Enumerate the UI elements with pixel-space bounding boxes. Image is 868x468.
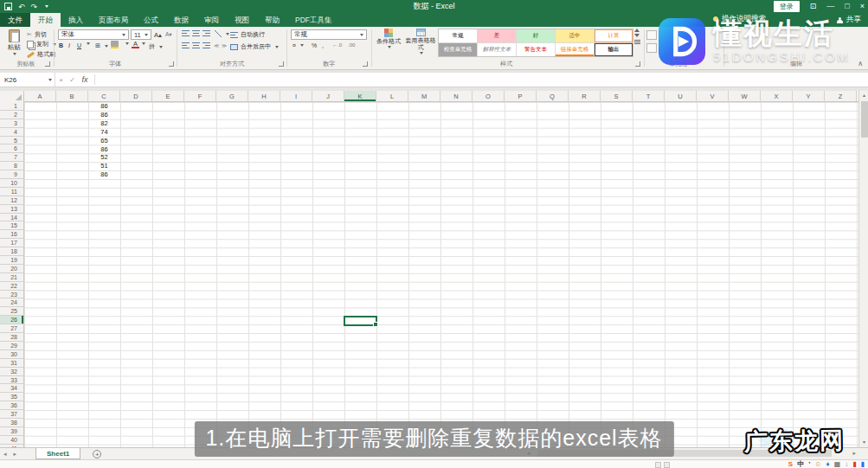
name-box[interactable]: K26 — [0, 76, 43, 84]
tab-PDF工具集[interactable]: PDF工具集 — [287, 13, 340, 27]
row-header-24[interactable]: 24 — [0, 298, 23, 307]
row-header-26[interactable]: 26 — [0, 316, 23, 324]
cell-style-警告文本[interactable]: 警告文本 — [517, 43, 555, 56]
font-color-dropdown[interactable] — [140, 42, 145, 45]
cell-C9[interactable]: 86 — [88, 170, 120, 179]
cell-style-解释性文本[interactable]: 解释性文本 — [478, 43, 516, 56]
format-as-table-button[interactable]: 套用表格格式 — [405, 29, 436, 54]
decrease-decimal-icon[interactable]: .00 — [348, 42, 355, 48]
column-header-R[interactable]: R — [569, 91, 601, 101]
enter-icon[interactable]: ✓ — [67, 76, 78, 84]
row-header-4[interactable]: 4 — [0, 128, 23, 137]
vertical-scrollbar[interactable]: ▴ ▾ — [858, 91, 868, 447]
sheet-tab-Sheet1[interactable]: Sheet1 — [35, 448, 80, 459]
name-box-dropdown[interactable] — [43, 73, 55, 87]
paste-button[interactable]: 粘贴 — [3, 29, 25, 55]
align-right-icon[interactable] — [203, 42, 210, 48]
cell-C6[interactable]: 86 — [88, 145, 120, 154]
alignment-dialog-launcher[interactable] — [279, 61, 284, 67]
orientation-icon[interactable] — [215, 30, 229, 37]
underline-dropdown[interactable] — [85, 42, 90, 45]
row-header-9[interactable]: 9 — [0, 170, 23, 179]
increase-indent-icon[interactable]: ≫ — [222, 42, 227, 48]
scroll-down-icon[interactable]: ▾ — [859, 438, 868, 447]
column-header-I[interactable]: I — [280, 91, 312, 101]
row-header-17[interactable]: 17 — [0, 239, 23, 247]
tab-数据[interactable]: 数据 — [166, 13, 196, 27]
column-header-Z[interactable]: Z — [825, 91, 857, 101]
decrease-indent-icon[interactable]: ≪ — [214, 42, 219, 48]
cancel-icon[interactable]: × — [55, 76, 67, 84]
row-header-37[interactable]: 37 — [0, 410, 23, 419]
sign-in-button[interactable]: 登录 — [774, 1, 800, 12]
align-top-icon[interactable] — [182, 30, 190, 36]
row-header-2[interactable]: 2 — [0, 111, 23, 119]
row-header-8[interactable]: 8 — [0, 162, 23, 170]
voice-icon[interactable]: ♦ — [826, 460, 830, 468]
tab-页面布局[interactable]: 页面布局 — [91, 13, 136, 27]
cells-layer[interactable]: 868682746586525186 — [24, 102, 858, 447]
wrap-text-button[interactable]: 自动换行 — [230, 30, 265, 39]
row-header-32[interactable]: 32 — [0, 368, 23, 376]
tab-视图[interactable]: 视图 — [227, 13, 257, 27]
column-header-F[interactable]: F — [184, 91, 216, 101]
row-header-27[interactable]: 27 — [0, 324, 23, 333]
selection-box[interactable] — [344, 316, 377, 326]
font-name-combo[interactable]: 宋体 — [58, 29, 129, 40]
sogou-input-icon[interactable]: S — [788, 460, 793, 468]
phonetic-guide-button[interactable]: 拼 — [149, 42, 163, 51]
column-header-V[interactable]: V — [697, 91, 729, 101]
toolbox-red-icon[interactable]: ▮ — [852, 460, 856, 468]
sheet-nav-left-icon[interactable]: ◂ — [0, 451, 10, 458]
row-header-6[interactable]: 6 — [0, 144, 23, 153]
percent-style-icon[interactable]: % — [312, 42, 317, 48]
conditional-formatting-button[interactable]: 条件格式 — [375, 29, 402, 48]
increase-decimal-icon[interactable]: ←.0 — [332, 42, 342, 48]
tab-文件[interactable]: 文件 — [0, 13, 30, 27]
tab-审阅[interactable]: 审阅 — [196, 13, 227, 27]
row-header-39[interactable]: 39 — [0, 427, 23, 436]
new-sheet-button[interactable]: + — [93, 450, 101, 458]
row-header-16[interactable]: 16 — [0, 230, 23, 239]
keyboard-icon[interactable]: ▦ — [834, 460, 841, 468]
row-header-33[interactable]: 33 — [0, 376, 23, 385]
vertical-scroll-thumb[interactable] — [861, 101, 868, 138]
merge-center-button[interactable]: 合并后居中 — [230, 42, 279, 51]
column-header-H[interactable]: H — [248, 91, 280, 101]
row-header-19[interactable]: 19 — [0, 256, 23, 265]
column-header-Q[interactable]: Q — [537, 91, 569, 101]
tab-帮助[interactable]: 帮助 — [257, 13, 287, 27]
row-header-14[interactable]: 14 — [0, 214, 23, 222]
tab-公式[interactable]: 公式 — [136, 13, 166, 27]
row-header-34[interactable]: 34 — [0, 384, 23, 393]
row-header-30[interactable]: 30 — [0, 350, 23, 359]
style-gallery-scroll[interactable] — [633, 29, 641, 42]
page-layout-view-button[interactable] — [664, 462, 670, 468]
column-header-S[interactable]: S — [601, 91, 633, 101]
cell-style-常规[interactable]: 常规 — [439, 29, 477, 42]
row-header-25[interactable]: 25 — [0, 307, 23, 316]
copy-button[interactable]: 复制 — [27, 40, 56, 48]
cell-style-适中[interactable]: 适中 — [556, 29, 594, 42]
cell-C4[interactable]: 74 — [88, 128, 120, 137]
row-header-35[interactable]: 35 — [0, 393, 23, 401]
row-header-38[interactable]: 38 — [0, 419, 23, 427]
row-header-22[interactable]: 22 — [0, 282, 23, 291]
cell-style-计算[interactable]: 计算 — [595, 29, 633, 42]
align-left-icon[interactable] — [182, 42, 190, 48]
column-header-L[interactable]: L — [376, 91, 408, 101]
tab-插入[interactable]: 插入 — [61, 13, 91, 27]
select-all-corner[interactable] — [0, 91, 24, 102]
insert-cells-button[interactable] — [646, 30, 657, 40]
align-center-icon[interactable] — [192, 42, 200, 48]
row-header-15[interactable]: 15 — [0, 221, 23, 230]
italic-button[interactable]: I — [68, 42, 70, 48]
column-header-K[interactable]: K — [344, 91, 376, 101]
tab-开始[interactable]: 开始 — [30, 13, 61, 27]
column-header-N[interactable]: N — [440, 91, 473, 101]
fill-color-dropdown[interactable] — [124, 42, 129, 45]
download-icon[interactable]: ↓ — [845, 460, 848, 468]
column-header-A[interactable]: A — [24, 91, 56, 101]
chinese-mode-icon[interactable]: 中 — [797, 460, 804, 468]
number-dialog-launcher[interactable] — [363, 61, 368, 67]
